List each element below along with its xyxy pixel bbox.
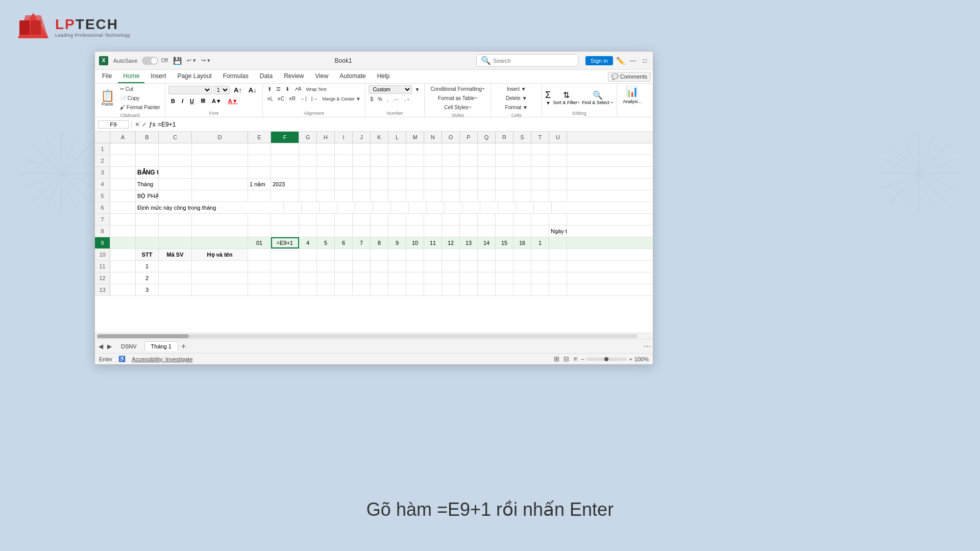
cell-o1[interactable] <box>442 143 460 155</box>
cell-f4[interactable]: 2023 <box>271 179 299 190</box>
italic-button[interactable]: I <box>179 97 186 105</box>
cell-e3[interactable] <box>248 167 271 178</box>
align-left-button[interactable]: ≡L <box>266 95 275 103</box>
cell-h4[interactable] <box>317 179 335 190</box>
cell-o3[interactable] <box>442 167 460 178</box>
row-num-1[interactable]: 1 <box>95 143 110 155</box>
formula-function-button[interactable]: ƒx <box>149 121 156 128</box>
merge-center-button[interactable]: Merge & Center ▼ <box>321 95 362 103</box>
cell-h5[interactable] <box>317 190 335 202</box>
cell-g8[interactable] <box>299 226 317 237</box>
cell-r5[interactable] <box>496 190 513 202</box>
cell-l7[interactable] <box>388 214 406 225</box>
col-header-p[interactable]: P <box>460 132 478 143</box>
cell-g11[interactable] <box>299 261 317 272</box>
cell-o7[interactable] <box>442 214 460 225</box>
page-break-view-button[interactable]: ≡ <box>573 355 578 363</box>
col-header-n[interactable]: N <box>424 132 442 143</box>
cell-t1[interactable] <box>531 143 549 155</box>
cell-d3[interactable] <box>192 167 248 178</box>
cell-m13[interactable] <box>406 284 424 295</box>
minimize-button[interactable]: — <box>628 57 638 64</box>
cell-g7[interactable] <box>299 214 317 225</box>
cell-u3[interactable] <box>549 167 567 178</box>
cell-q1[interactable] <box>478 143 496 155</box>
cell-r11[interactable] <box>496 261 513 272</box>
align-top-button[interactable]: ⬆ <box>266 85 273 93</box>
decrease-font-button[interactable]: A↓ <box>246 85 259 95</box>
cell-r10[interactable] <box>496 249 513 260</box>
cell-a12[interactable] <box>110 272 136 284</box>
cell-n12[interactable] <box>424 272 442 284</box>
cell-l11[interactable] <box>388 261 406 272</box>
cell-c10[interactable]: Mã SV <box>159 249 192 260</box>
cell-n3[interactable] <box>424 167 442 178</box>
cell-k11[interactable] <box>371 261 388 272</box>
cell-m1[interactable] <box>406 143 424 155</box>
cell-b4[interactable]: Tháng <box>136 179 159 190</box>
formula-cancel-button[interactable]: ✕ <box>135 121 140 128</box>
cell-n6[interactable] <box>409 202 427 213</box>
cell-p1[interactable] <box>460 143 478 155</box>
cell-i13[interactable] <box>335 284 353 295</box>
cell-s2[interactable] <box>513 155 531 166</box>
cell-i3[interactable] <box>335 167 353 178</box>
cell-d12[interactable] <box>192 272 248 284</box>
col-header-s[interactable]: S <box>513 132 531 143</box>
cell-d7[interactable] <box>192 214 248 225</box>
cell-h11[interactable] <box>317 261 335 272</box>
sheet-options-icon[interactable]: ⋯ <box>644 342 651 350</box>
cell-a2[interactable] <box>110 155 136 166</box>
cell-u8[interactable]: Ngày trong tháng/ Thứ t <box>549 226 567 237</box>
cell-n10[interactable] <box>424 249 442 260</box>
cell-k2[interactable] <box>371 155 388 166</box>
cell-a3[interactable] <box>110 167 136 178</box>
cell-f12[interactable] <box>271 272 299 284</box>
cell-b11[interactable]: 1 <box>136 261 159 272</box>
cell-t10[interactable] <box>531 249 549 260</box>
redo-btn[interactable]: ↪ ▾ <box>201 57 210 64</box>
comma-button[interactable]: , <box>385 95 390 104</box>
col-header-k[interactable]: K <box>371 132 388 143</box>
cell-l10[interactable] <box>388 249 406 260</box>
cell-o5[interactable] <box>442 190 460 202</box>
cell-f3[interactable] <box>271 167 299 178</box>
cell-b10[interactable]: STT <box>136 249 159 260</box>
row-num-10[interactable]: 10 <box>95 249 110 260</box>
format-button[interactable]: Format ▼ <box>504 104 529 112</box>
cell-p4[interactable] <box>460 179 478 190</box>
cell-j2[interactable] <box>353 155 371 166</box>
cell-t2[interactable] <box>531 155 549 166</box>
find-select-button[interactable]: 🔍 Find & Select ~ <box>582 90 613 105</box>
col-header-b[interactable]: B <box>136 132 159 143</box>
cell-c4[interactable] <box>159 179 192 190</box>
cell-t12[interactable] <box>531 272 549 284</box>
cell-o8[interactable] <box>442 226 460 237</box>
cell-f8[interactable] <box>271 226 299 237</box>
cell-p11[interactable] <box>460 261 478 272</box>
cell-u5[interactable] <box>549 190 567 202</box>
cell-a13[interactable] <box>110 284 136 295</box>
normal-view-button[interactable]: ⊞ <box>553 355 560 363</box>
row-num-11[interactable]: 11 <box>95 261 110 272</box>
cell-c11[interactable] <box>159 261 192 272</box>
cell-u13[interactable] <box>549 284 567 295</box>
cell-b13[interactable]: 3 <box>136 284 159 295</box>
cell-e9[interactable]: 01 <box>248 237 271 248</box>
cell-t13[interactable] <box>531 284 549 295</box>
cell-j13[interactable] <box>353 284 371 295</box>
cell-f13[interactable] <box>271 284 299 295</box>
cell-c8[interactable] <box>159 226 192 237</box>
cell-j6[interactable] <box>337 202 355 213</box>
cell-u1[interactable] <box>549 143 567 155</box>
cell-j10[interactable] <box>353 249 371 260</box>
cell-h1[interactable] <box>317 143 335 155</box>
cell-e12[interactable] <box>248 272 271 284</box>
col-header-c[interactable]: C <box>159 132 192 143</box>
cell-g6[interactable] <box>284 202 302 213</box>
cell-d10[interactable]: Họ và tên <box>192 249 248 260</box>
cell-p7[interactable] <box>460 214 478 225</box>
sign-in-button[interactable]: Sign in <box>585 56 613 65</box>
cell-m8[interactable] <box>406 226 424 237</box>
cell-s6[interactable] <box>498 202 516 213</box>
